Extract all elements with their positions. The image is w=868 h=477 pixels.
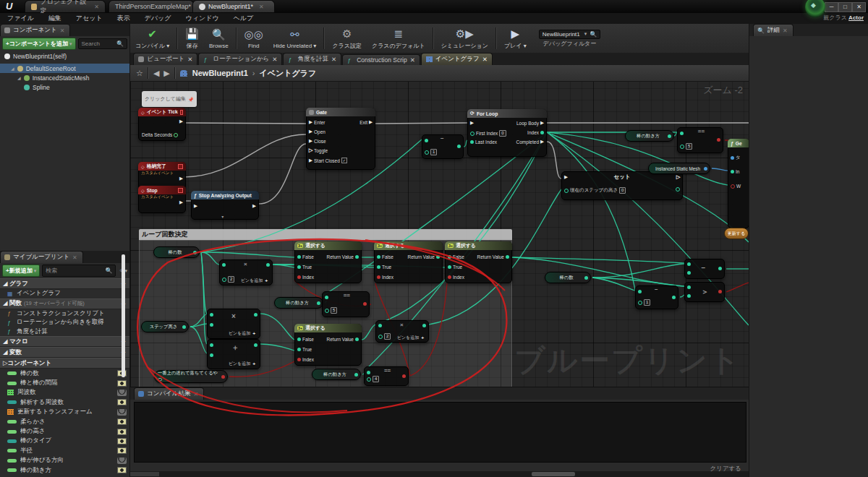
components-tab[interactable]: コンポーネント ✕ [0,24,70,36]
data-pin[interactable] [367,371,370,374]
menu-item-7[interactable]: ヘルプ [226,14,261,23]
getter-pill[interactable]: 一番上の遅れて落ちてくるやつ [154,370,228,383]
window-tab-3[interactable]: NewBlueprint1*✕ [192,0,275,12]
details-tab[interactable]: 🔍 詳細 ✕ [753,24,793,36]
select-c[interactable]: 3+選択するFalseTrueIndexReturn Value [445,241,512,283]
data-pin[interactable] [325,296,328,299]
section-header-関数[interactable]: ◢ 関数(19 オーバーライド可能)＋ [0,298,129,309]
close-button[interactable]: ✕ [852,2,866,12]
components-search-input[interactable]: Search🔍 [78,38,128,49]
sub-one-b[interactable]: −1 [635,285,678,309]
for-loop[interactable]: ⟳For Loop▶First Index0Last Index▶Loop Bo… [467,109,547,157]
minimize-button[interactable]: ─ [825,2,838,12]
data-pin[interactable] [222,278,226,282]
details-tab-close-icon[interactable]: ✕ [783,27,788,34]
variable-row[interactable]: 棒と棒の間隔 [0,378,129,387]
window-tab-2[interactable]: ThirdPersonExampleMap*✕ [109,0,194,12]
data-pin[interactable] [355,338,359,341]
data-pin[interactable] [638,290,642,293]
add-pin-button[interactable]: ピンを追加 ＋ [229,330,256,337]
eye-open-icon[interactable] [117,418,127,425]
data-pin[interactable] [367,377,371,382]
variable-row[interactable]: 棒の数 [0,369,129,378]
breadcrumb-current[interactable]: イベントグラフ [260,68,317,79]
data-pin[interactable] [297,255,301,259]
menu-item-3[interactable]: アセット [69,14,110,23]
data-pin[interactable] [731,184,735,189]
eye-closed-icon[interactable] [117,457,127,464]
add-b[interactable]: ＋ピンを追加 ＋ [207,339,260,369]
value-box[interactable]: 0 [619,187,626,194]
toolbar-button-プレイ[interactable]: ▶プレイ ▾ [499,25,532,52]
select-b[interactable]: 3+選択するFalseTrueIndexReturn Value [374,241,443,283]
tab-close-icon[interactable]: ✕ [331,56,336,63]
debug-blueprint-selector[interactable]: NewBlueprint1▾🔍 [539,30,601,39]
event-tick[interactable]: ◇イベント Tick▶Delta Seconds [138,108,186,141]
exec-pin[interactable]: ▶ [179,200,183,205]
variable-row[interactable]: 棒の高さ [0,426,129,436]
data-pin[interactable] [436,255,440,259]
exec-pin[interactable]: ▶ [194,204,197,209]
exec-pin[interactable]: ▶ [309,120,312,125]
tab-close-icon[interactable]: ✕ [187,56,192,63]
blueprint-item[interactable]: ▦イベントグラフ [0,289,129,298]
maximize-button[interactable]: □ [838,2,852,12]
data-pin[interactable] [470,140,474,144]
getter-pill[interactable]: 棒の数 [153,246,200,258]
value-box[interactable]: 5 [331,307,337,314]
variable-row[interactable]: 半径 [0,446,129,455]
data-pin[interactable] [718,290,722,293]
exec-pin[interactable]: ▶ [676,175,680,180]
data-pin[interactable] [731,156,734,160]
data-pin[interactable] [448,265,451,269]
add-pin-button[interactable]: ピンを追加 ＋ [229,361,256,367]
data-pin[interactable] [297,338,301,341]
toolbar-button-Find[interactable]: ◎◎Find [239,25,268,52]
component-tree-item[interactable]: Spline [0,82,129,92]
eq-five-top[interactable]: ==5 [677,127,723,153]
getter-ugokikata-low[interactable]: 棒の動き方 [312,369,361,380]
output-pin[interactable] [668,134,671,138]
collapse-caret-icon[interactable]: ▾ [221,214,224,219]
blueprint-item[interactable]: ƒ角度を計算 [0,327,129,337]
output-pin[interactable] [704,167,707,171]
toolbar-button-シミュレーション[interactable]: ⚙▶シミュレーション [436,25,493,52]
my-blueprint-scrollbar[interactable] [122,254,125,377]
data-pin[interactable] [210,323,213,327]
menu-item-6[interactable]: ウィンドウ [179,14,226,23]
toolbar-button-クラス設定[interactable]: ⚙クラス設定 [327,25,367,52]
minus-right[interactable]: − [684,259,725,279]
getter-pill[interactable]: ステップ高さ [141,321,189,332]
data-pin[interactable] [718,267,722,270]
toolbar-button-コンパイル[interactable]: ✔コンパイル ▾ [130,25,174,52]
component-tree-item[interactable]: NewBlueprint1(self) [0,51,129,61]
exec-pin[interactable]: ▶ [369,120,373,125]
data-pin[interactable] [297,265,301,269]
my-blueprint-tab-close-icon[interactable]: ✕ [72,254,77,261]
value-box[interactable]: 1 [644,299,650,306]
eye-open-icon[interactable] [117,380,127,387]
value-box[interactable]: 4 [373,376,379,382]
exec-pin[interactable]: ▶ [309,158,312,163]
exec-pin[interactable]: ▶ [540,121,544,126]
menu-item-2[interactable]: 編集 [41,14,69,23]
exec-pin[interactable]: ▶ [252,204,256,209]
my-blueprint-search-input[interactable]: 検索🔍 [42,265,116,277]
exec-pin[interactable]: ▶ [179,119,183,124]
getter-ugokikata-mid[interactable]: 棒の動き方 [274,297,323,309]
eye-closed-icon[interactable] [117,409,127,416]
data-pin[interactable] [254,343,258,347]
compile-results-log[interactable] [134,402,746,463]
data-pin[interactable] [174,133,178,137]
value-box[interactable]: 2 [228,276,234,283]
favorite-star-icon[interactable]: ☆ [136,69,143,78]
getter-bounokazu-b[interactable]: 棒の数 [545,272,591,283]
eye-open-icon[interactable] [117,467,127,473]
compile-results-tab-close-icon[interactable]: ✕ [194,391,199,398]
scrollbar-handle[interactable] [532,472,575,476]
event-stop[interactable]: ◇Stopカスタムイベント▶ [138,186,186,213]
badge-update[interactable]: 更新する [724,228,749,239]
tab-close-icon[interactable]: ✕ [272,56,277,63]
edit-bubble[interactable]: クリックして編集📌 [142,91,197,104]
add-pin-button[interactable]: ピンを追加 ＋ [397,335,425,341]
